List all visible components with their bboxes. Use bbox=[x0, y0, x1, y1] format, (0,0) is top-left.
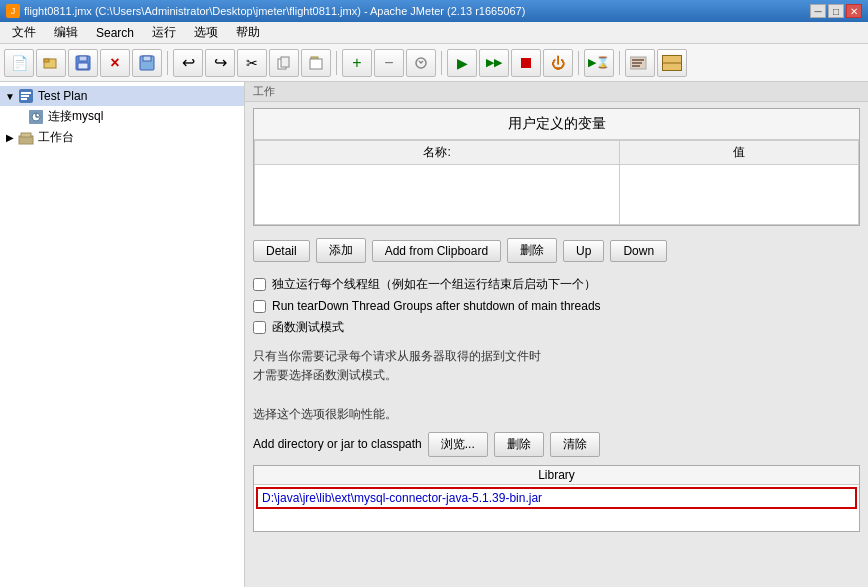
save-button[interactable] bbox=[68, 49, 98, 77]
menu-search[interactable]: Search bbox=[88, 24, 142, 42]
delete-variable-button[interactable]: 删除 bbox=[507, 238, 557, 263]
svg-rect-1 bbox=[44, 59, 49, 62]
svg-rect-3 bbox=[79, 56, 87, 61]
new-button[interactable]: 📄 bbox=[4, 49, 34, 77]
svg-rect-22 bbox=[21, 98, 27, 100]
library-entry: D:\java\jre\lib\ext\mysql-connector-java… bbox=[262, 491, 542, 505]
clear-classpath-button[interactable]: 清除 bbox=[550, 432, 600, 457]
start-no-pause-button[interactable]: ▶▶ bbox=[479, 49, 509, 77]
col-value-header: 值 bbox=[620, 141, 859, 165]
detail-button[interactable]: Detail bbox=[253, 240, 310, 262]
down-button[interactable]: Down bbox=[610, 240, 667, 262]
save-as-button[interactable] bbox=[132, 49, 162, 77]
classpath-row: Add directory or jar to classpath 浏览... … bbox=[253, 432, 860, 457]
teardown-label: Run tearDown Thread Groups after shutdow… bbox=[272, 299, 601, 313]
add-from-clipboard-button[interactable]: Add from Clipboard bbox=[372, 240, 501, 262]
menu-edit[interactable]: 编辑 bbox=[46, 22, 86, 43]
maximize-button[interactable]: □ bbox=[828, 4, 844, 18]
add-button[interactable]: + bbox=[342, 49, 372, 77]
sep5 bbox=[619, 51, 620, 75]
teardown-checkbox[interactable] bbox=[253, 300, 266, 313]
empty-value-cell bbox=[620, 165, 859, 225]
section-label: 工作 bbox=[245, 82, 868, 102]
test-plan-label: Test Plan bbox=[38, 89, 87, 103]
right-panel: 工作 用户定义的变量 名称: 值 bbox=[245, 82, 868, 587]
sep2 bbox=[336, 51, 337, 75]
functional-checkbox-row: 函数测试模式 bbox=[253, 316, 860, 339]
library-empty-row bbox=[254, 511, 859, 531]
expand-icon-test-plan: ▼ bbox=[4, 90, 16, 102]
empty-name-cell bbox=[255, 165, 620, 225]
col-name-header: 名称: bbox=[255, 141, 620, 165]
delete-button[interactable]: × bbox=[100, 49, 130, 77]
clear-button[interactable] bbox=[406, 49, 436, 77]
tree-item-workbench[interactable]: ▶ 工作台 bbox=[0, 127, 244, 148]
svg-rect-13 bbox=[632, 59, 644, 61]
main-layout: ▼ Test Plan 连接mysql ▶ 工作台 工作 用 bbox=[0, 82, 868, 587]
up-button[interactable]: Up bbox=[563, 240, 604, 262]
start-button[interactable]: ▶ bbox=[447, 49, 477, 77]
classpath-label: Add directory or jar to classpath bbox=[253, 437, 422, 451]
title-bar-controls: ─ □ ✕ bbox=[810, 4, 862, 18]
library-header: Library bbox=[254, 466, 859, 485]
toolbar: 📄 × ↩ ↪ ✂ + − ▶ ▶▶ ⏹ ⏻ ▶⌛ bbox=[0, 44, 868, 82]
svg-rect-15 bbox=[632, 65, 640, 67]
paste-button[interactable] bbox=[301, 49, 331, 77]
title-bar-left: J flight0811.jmx (C:\Users\Administrator… bbox=[6, 4, 525, 18]
cut-button[interactable]: ✂ bbox=[237, 49, 267, 77]
app-icon: J bbox=[6, 4, 20, 18]
svg-rect-10 bbox=[310, 59, 322, 69]
svg-rect-14 bbox=[632, 62, 642, 64]
functional-label: 函数测试模式 bbox=[272, 319, 344, 336]
library-entry-row[interactable]: D:\java\jre\lib\ext\mysql-connector-java… bbox=[256, 487, 857, 509]
stop-button[interactable]: ⏹ bbox=[511, 49, 541, 77]
help-img1 bbox=[625, 49, 655, 77]
left-panel: ▼ Test Plan 连接mysql ▶ 工作台 bbox=[0, 82, 245, 587]
copy-button[interactable] bbox=[269, 49, 299, 77]
workbench-label: 工作台 bbox=[38, 129, 74, 146]
right-panel-content: 工作 用户定义的变量 名称: 值 bbox=[245, 82, 868, 587]
sep4 bbox=[578, 51, 579, 75]
menu-help[interactable]: 帮助 bbox=[228, 22, 268, 43]
shutdown-button[interactable]: ⏻ bbox=[543, 49, 573, 77]
svg-rect-8 bbox=[281, 57, 289, 67]
close-button[interactable]: ✕ bbox=[846, 4, 862, 18]
minimize-button[interactable]: ─ bbox=[810, 4, 826, 18]
remove-button[interactable]: − bbox=[374, 49, 404, 77]
menu-file[interactable]: 文件 bbox=[4, 22, 44, 43]
description-line2: 才需要选择函数测试模式。 bbox=[253, 366, 860, 385]
tree-item-mysql[interactable]: 连接mysql bbox=[0, 106, 244, 127]
independent-checkbox-row: 独立运行每个线程组（例如在一个组运行结束后启动下一个） bbox=[253, 273, 860, 296]
variables-table: 名称: 值 bbox=[254, 140, 859, 225]
remote-start-button[interactable]: ▶⌛ bbox=[584, 49, 614, 77]
undo-button[interactable]: ↩ bbox=[173, 49, 203, 77]
delete-classpath-button[interactable]: 删除 bbox=[494, 432, 544, 457]
help-img2 bbox=[657, 49, 687, 77]
btn-row: Detail 添加 Add from Clipboard 删除 Up Down bbox=[245, 232, 868, 269]
functional-checkbox[interactable] bbox=[253, 321, 266, 334]
svg-rect-6 bbox=[143, 56, 151, 61]
svg-rect-21 bbox=[21, 95, 29, 97]
variables-empty-row bbox=[255, 165, 859, 225]
add-variable-button[interactable]: 添加 bbox=[316, 238, 366, 263]
teardown-checkbox-row: Run tearDown Thread Groups after shutdow… bbox=[253, 296, 860, 316]
tree-item-test-plan[interactable]: ▼ Test Plan bbox=[0, 86, 244, 106]
mysql-label: 连接mysql bbox=[48, 108, 103, 125]
classpath-section: Add directory or jar to classpath 浏览... … bbox=[245, 428, 868, 465]
title-bar: J flight0811.jmx (C:\Users\Administrator… bbox=[0, 0, 868, 22]
description-line1: 只有当你需要记录每个请求从服务器取得的据到文件时 bbox=[253, 347, 860, 366]
bench-icon bbox=[18, 130, 34, 146]
menu-options[interactable]: 选项 bbox=[186, 22, 226, 43]
svg-rect-20 bbox=[21, 92, 31, 94]
variables-section: 用户定义的变量 名称: 值 bbox=[253, 108, 860, 226]
svg-rect-4 bbox=[78, 63, 88, 69]
redo-button[interactable]: ↪ bbox=[205, 49, 235, 77]
independent-checkbox[interactable] bbox=[253, 278, 266, 291]
menu-run[interactable]: 运行 bbox=[144, 22, 184, 43]
independent-label: 独立运行每个线程组（例如在一个组运行结束后启动下一个） bbox=[272, 276, 596, 293]
expand-icon-workbench: ▶ bbox=[4, 132, 16, 144]
plan-icon bbox=[18, 88, 34, 104]
browse-button[interactable]: 浏览... bbox=[428, 432, 488, 457]
open-button[interactable] bbox=[36, 49, 66, 77]
description-text: 只有当你需要记录每个请求从服务器取得的据到文件时 才需要选择函数测试模式。 选择… bbox=[245, 343, 868, 428]
